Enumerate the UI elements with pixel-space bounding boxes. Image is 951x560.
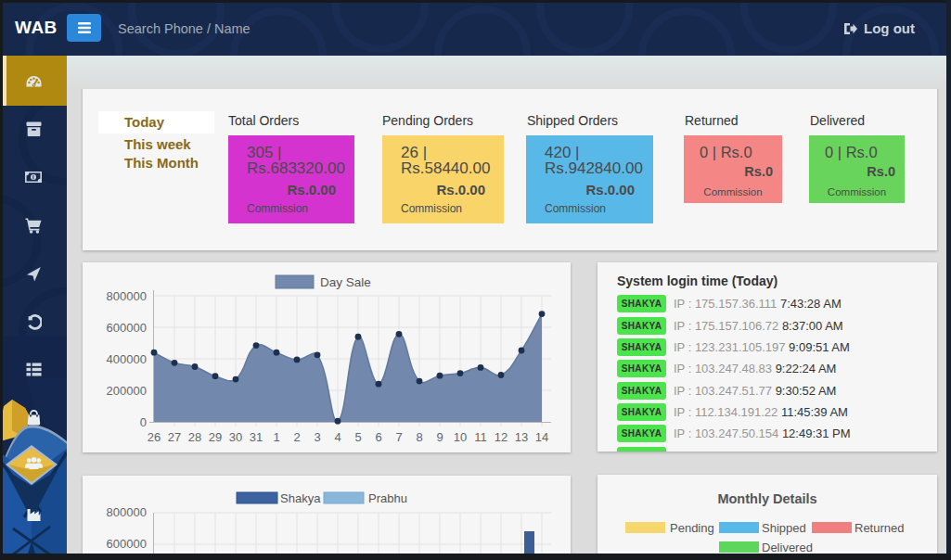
- svg-text:29: 29: [209, 430, 222, 444]
- svg-text:31: 31: [250, 430, 263, 444]
- svg-text:9: 9: [436, 430, 443, 444]
- svg-text:30: 30: [229, 430, 242, 444]
- svg-text:5: 5: [354, 430, 361, 444]
- svg-text:Day Sale: Day Sale: [320, 275, 371, 289]
- svg-text:400000: 400000: [107, 352, 147, 366]
- svg-text:Shakya: Shakya: [280, 491, 321, 505]
- svg-text:200000: 200000: [107, 384, 147, 398]
- svg-text:26: 26: [148, 430, 161, 444]
- svg-text:10: 10: [454, 430, 467, 444]
- svg-text:12: 12: [495, 430, 508, 444]
- svg-text:11: 11: [474, 430, 487, 444]
- svg-text:7: 7: [395, 430, 402, 444]
- svg-text:8: 8: [416, 430, 422, 444]
- svg-text:14: 14: [535, 430, 548, 444]
- svg-text:28: 28: [188, 430, 201, 444]
- svg-text:13: 13: [515, 430, 528, 444]
- svg-text:2: 2: [293, 430, 300, 444]
- svg-text:0: 0: [140, 415, 147, 429]
- svg-text:600000: 600000: [107, 537, 147, 551]
- svg-text:27: 27: [168, 430, 181, 444]
- svg-text:4: 4: [334, 430, 341, 444]
- svg-text:600000: 600000: [107, 321, 147, 335]
- svg-text:6: 6: [375, 430, 381, 444]
- svg-text:3: 3: [314, 430, 320, 444]
- svg-text:1: 1: [273, 430, 279, 444]
- svg-text:800000: 800000: [107, 505, 147, 519]
- svg-text:Prabhu: Prabhu: [368, 491, 407, 505]
- svg-text:800000: 800000: [107, 289, 147, 303]
